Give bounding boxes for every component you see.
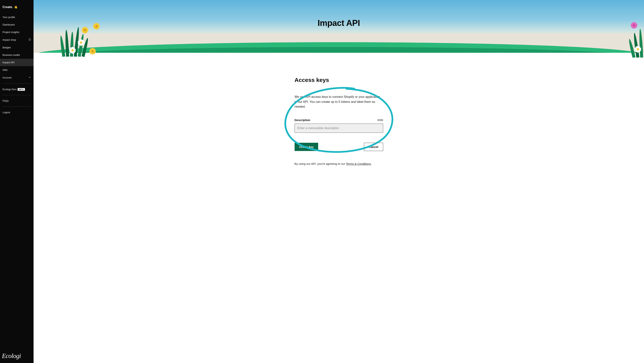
nav-label: Project insights bbox=[2, 31, 19, 34]
nav-item-your-profile[interactable]: Your profile bbox=[0, 14, 34, 21]
nav-item-ecologi-zero[interactable]: Ecologi Zero BETA bbox=[0, 86, 34, 93]
nav-item-faqs[interactable]: FAQs bbox=[0, 97, 34, 105]
nav-label: Your profile bbox=[2, 16, 15, 19]
nav-item-project-insights[interactable]: Project insights bbox=[0, 29, 34, 36]
nav-label: Business toolkit bbox=[2, 54, 20, 56]
nav-item-impact-shop[interactable]: Impact shop bbox=[0, 36, 34, 44]
nav-label: FAQs bbox=[2, 99, 9, 102]
nav-label: Badges bbox=[2, 46, 11, 49]
button-row: Create key Cancel bbox=[294, 143, 383, 151]
nav-item-badges[interactable]: Badges bbox=[0, 44, 34, 51]
access-keys-section: Access keys We use API access keys to co… bbox=[293, 77, 385, 165]
nav-label: Logout bbox=[2, 111, 10, 114]
main-content: Impact API Access keys We use API access… bbox=[34, 0, 644, 363]
description-input[interactable] bbox=[294, 124, 383, 133]
create-key-button[interactable]: Create key bbox=[294, 143, 318, 151]
sidebar-title: Create. bbox=[2, 5, 13, 9]
section-title: Access keys bbox=[294, 77, 383, 83]
sidebar-footer: Ecologi bbox=[0, 352, 34, 363]
terms-footnote: By using our API, you're agreeing to our… bbox=[294, 162, 383, 165]
nav-label: Gifts bbox=[2, 69, 8, 71]
nav-label: Dashboard bbox=[2, 23, 15, 26]
footnote-prefix: By using our API, you're agreeing to our bbox=[294, 162, 346, 165]
beta-badge: BETA bbox=[18, 88, 25, 91]
nav-item-dashboard[interactable]: Dashboard bbox=[0, 21, 34, 29]
page-title: Impact API bbox=[318, 18, 360, 28]
nav-item-logout[interactable]: Logout bbox=[0, 109, 34, 116]
terms-link[interactable]: Terms & Conditions bbox=[346, 162, 371, 165]
nav-label: Account bbox=[2, 76, 12, 79]
shopping-bag-icon bbox=[28, 38, 31, 42]
cancel-button[interactable]: Cancel bbox=[364, 143, 383, 151]
nav-label: Ecologi Zero bbox=[2, 88, 16, 91]
nav-label: Impact API bbox=[2, 61, 14, 64]
field-header: Description 0/30 bbox=[294, 118, 383, 122]
sidebar: Create. 👋 Your profile Dashboard Project… bbox=[0, 0, 34, 363]
section-description: We use API access keys to connect Shopif… bbox=[294, 94, 383, 109]
nav-item-business-toolkit[interactable]: Business toolkit bbox=[0, 51, 34, 59]
svg-rect-0 bbox=[29, 39, 30, 41]
wave-icon: 👋 bbox=[14, 5, 18, 9]
char-counter: 0/30 bbox=[378, 118, 383, 122]
footnote-suffix: . bbox=[371, 162, 372, 165]
chevron-down-icon bbox=[28, 76, 31, 79]
nav-label: Impact shop bbox=[2, 38, 16, 41]
nav-item-impact-api[interactable]: Impact API bbox=[0, 59, 34, 66]
nav-item-account[interactable]: Account bbox=[0, 74, 34, 82]
sidebar-header: Create. 👋 bbox=[0, 0, 34, 14]
nav-item-gifts[interactable]: Gifts bbox=[0, 66, 34, 74]
description-field-label: Description bbox=[294, 118, 310, 122]
nav-list: Your profile Dashboard Project insights … bbox=[0, 14, 34, 352]
hero-banner: Impact API bbox=[34, 0, 644, 58]
brand-logo: Ecologi bbox=[2, 352, 32, 359]
